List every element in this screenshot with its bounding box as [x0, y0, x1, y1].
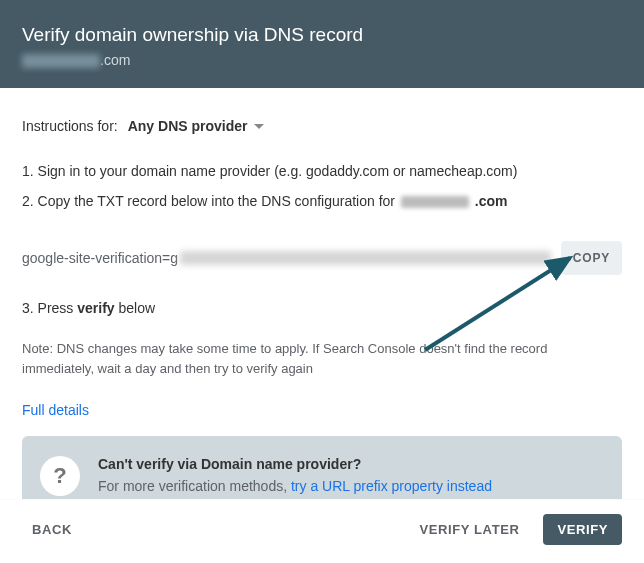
txt-record-row: google-site-verification=g COPY	[22, 241, 622, 275]
info-title: Can't verify via Domain name provider?	[98, 454, 492, 475]
info-text: Can't verify via Domain name provider? F…	[98, 454, 492, 497]
dns-provider-value: Any DNS provider	[128, 118, 248, 134]
info-sub-prefix: For more verification methods,	[98, 478, 291, 494]
step-3-suffix: below	[115, 300, 155, 316]
full-details-link[interactable]: Full details	[22, 402, 622, 418]
step-3-bold: verify	[77, 300, 114, 316]
dialog-header: Verify domain ownership via DNS record .…	[0, 0, 644, 88]
help-icon: ?	[40, 456, 80, 496]
domain-redacted	[22, 54, 100, 68]
instructions-row: Instructions for: Any DNS provider	[22, 118, 622, 134]
dialog-domain: .com	[22, 52, 622, 68]
verify-button[interactable]: VERIFY	[543, 514, 622, 545]
step-2-prefix: 2. Copy the TXT record below into the DN…	[22, 193, 395, 209]
txt-prefix: google-site-verification=g	[22, 250, 178, 266]
verify-later-button[interactable]: VERIFY LATER	[410, 514, 530, 545]
dialog-content: Instructions for: Any DNS provider 1. Si…	[0, 88, 644, 525]
step-2: 2. Copy the TXT record below into the DN…	[22, 192, 622, 212]
dialog-title: Verify domain ownership via DNS record	[22, 24, 622, 46]
back-button[interactable]: BACK	[22, 514, 82, 545]
step-1: 1. Sign in to your domain name provider …	[22, 162, 622, 182]
dns-note: Note: DNS changes may take some time to …	[22, 339, 622, 378]
info-subtitle: For more verification methods, try a URL…	[98, 476, 492, 497]
copy-button[interactable]: COPY	[561, 241, 622, 275]
step-3-prefix: 3. Press	[22, 300, 77, 316]
domain-suffix: .com	[100, 52, 130, 68]
txt-redacted	[180, 251, 551, 265]
step-2-suffix: .com	[475, 193, 508, 209]
url-prefix-link[interactable]: try a URL prefix property instead	[291, 478, 492, 494]
dialog-footer: BACK VERIFY LATER VERIFY	[0, 499, 644, 563]
txt-record-value[interactable]: google-site-verification=g	[22, 250, 551, 266]
instructions-label: Instructions for:	[22, 118, 118, 134]
step-2-domain-redacted	[401, 196, 469, 208]
step-3: 3. Press verify below	[22, 299, 622, 319]
chevron-down-icon	[254, 124, 264, 129]
dns-provider-dropdown[interactable]: Any DNS provider	[128, 118, 264, 134]
